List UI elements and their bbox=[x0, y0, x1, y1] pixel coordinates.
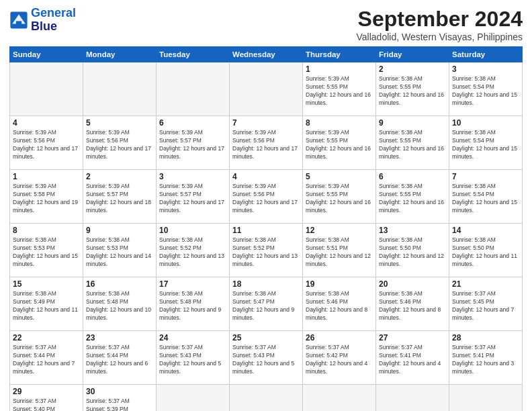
day-info: Sunrise: 5:37 AMSunset: 5:41 PMDaylight:… bbox=[452, 344, 519, 376]
table-cell: 26Sunrise: 5:37 AMSunset: 5:42 PMDayligh… bbox=[303, 331, 376, 385]
col-friday: Friday bbox=[376, 47, 449, 62]
day-info: Sunrise: 5:39 AMSunset: 5:55 PMDaylight:… bbox=[306, 75, 373, 107]
day-info: Sunrise: 5:37 AMSunset: 5:44 PMDaylight:… bbox=[13, 344, 80, 376]
day-number: 4 bbox=[232, 172, 300, 181]
day-number: 1 bbox=[306, 64, 373, 74]
table-cell: 21Sunrise: 5:37 AMSunset: 5:45 PMDayligh… bbox=[449, 277, 523, 331]
day-number: 19 bbox=[306, 279, 373, 289]
day-info: Sunrise: 5:39 AMSunset: 5:57 PMDaylight:… bbox=[159, 129, 226, 161]
table-row: 22Sunrise: 5:37 AMSunset: 5:44 PMDayligh… bbox=[10, 331, 523, 385]
table-cell: 4Sunrise: 5:39 AMSunset: 5:56 PMDaylight… bbox=[230, 170, 303, 224]
day-info: Sunrise: 5:38 AMSunset: 5:49 PMDaylight:… bbox=[13, 290, 80, 322]
day-info: Sunrise: 5:39 AMSunset: 5:56 PMDaylight:… bbox=[86, 129, 153, 161]
day-number: 6 bbox=[159, 118, 226, 128]
col-wednesday: Wednesday bbox=[230, 47, 303, 62]
table-cell bbox=[83, 62, 157, 116]
day-info: Sunrise: 5:39 AMSunset: 5:57 PMDaylight:… bbox=[159, 183, 226, 215]
day-number: 3 bbox=[159, 172, 226, 181]
day-info: Sunrise: 5:38 AMSunset: 5:46 PMDaylight:… bbox=[379, 290, 446, 322]
logo-icon bbox=[9, 11, 28, 30]
table-cell: 29Sunrise: 5:37 AMSunset: 5:40 PMDayligh… bbox=[10, 385, 83, 412]
day-number: 20 bbox=[379, 279, 446, 289]
day-info: Sunrise: 5:38 AMSunset: 5:52 PMDaylight:… bbox=[232, 236, 300, 269]
table-cell: 15Sunrise: 5:38 AMSunset: 5:49 PMDayligh… bbox=[10, 277, 83, 331]
day-number: 27 bbox=[379, 333, 446, 342]
day-number: 9 bbox=[379, 118, 446, 128]
table-cell bbox=[230, 62, 303, 116]
day-number: 5 bbox=[86, 118, 153, 128]
day-number: 13 bbox=[379, 226, 446, 235]
day-number: 8 bbox=[13, 226, 80, 235]
logo-text: GeneralBlue bbox=[31, 7, 76, 34]
day-info: Sunrise: 5:38 AMSunset: 5:55 PMDaylight:… bbox=[379, 75, 446, 107]
table-cell: 20Sunrise: 5:38 AMSunset: 5:46 PMDayligh… bbox=[376, 277, 449, 331]
day-info: Sunrise: 5:38 AMSunset: 5:54 PMDaylight:… bbox=[452, 183, 519, 215]
col-sunday: Sunday bbox=[10, 47, 83, 62]
table-cell: 24Sunrise: 5:37 AMSunset: 5:43 PMDayligh… bbox=[157, 331, 230, 385]
header: GeneralBlue September 2024 Valladolid, W… bbox=[9, 7, 523, 42]
day-number: 28 bbox=[452, 333, 519, 342]
table-cell bbox=[230, 385, 303, 412]
table-cell bbox=[157, 62, 230, 116]
calendar-table: Sunday Monday Tuesday Wednesday Thursday… bbox=[9, 46, 523, 411]
table-cell: 6Sunrise: 5:38 AMSunset: 5:55 PMDaylight… bbox=[376, 170, 449, 224]
day-info: Sunrise: 5:37 AMSunset: 5:39 PMDaylight:… bbox=[86, 398, 153, 411]
table-cell: 10Sunrise: 5:38 AMSunset: 5:52 PMDayligh… bbox=[157, 224, 230, 277]
day-number: 22 bbox=[13, 333, 80, 342]
col-thursday: Thursday bbox=[303, 47, 376, 62]
day-number: 24 bbox=[159, 333, 226, 342]
day-number: 6 bbox=[379, 172, 446, 181]
day-info: Sunrise: 5:38 AMSunset: 5:54 PMDaylight:… bbox=[452, 75, 519, 107]
table-cell bbox=[10, 62, 83, 116]
table-cell: 6Sunrise: 5:39 AMSunset: 5:57 PMDaylight… bbox=[157, 116, 230, 170]
table-cell: 16Sunrise: 5:38 AMSunset: 5:48 PMDayligh… bbox=[83, 277, 157, 331]
day-info: Sunrise: 5:37 AMSunset: 5:45 PMDaylight:… bbox=[452, 290, 519, 322]
table-row: 29Sunrise: 5:37 AMSunset: 5:40 PMDayligh… bbox=[10, 385, 523, 412]
day-info: Sunrise: 5:39 AMSunset: 5:57 PMDaylight:… bbox=[86, 183, 153, 215]
day-number: 8 bbox=[306, 118, 373, 128]
day-info: Sunrise: 5:38 AMSunset: 5:53 PMDaylight:… bbox=[86, 236, 153, 269]
table-row: 1Sunrise: 5:39 AMSunset: 5:58 PMDaylight… bbox=[10, 170, 523, 224]
table-cell: 5Sunrise: 5:39 AMSunset: 5:56 PMDaylight… bbox=[83, 116, 157, 170]
day-number: 18 bbox=[232, 279, 300, 289]
logo: GeneralBlue bbox=[9, 7, 76, 34]
table-cell: 4Sunrise: 5:39 AMSunset: 5:56 PMDaylight… bbox=[10, 116, 83, 170]
table-cell: 18Sunrise: 5:38 AMSunset: 5:47 PMDayligh… bbox=[230, 277, 303, 331]
day-info: Sunrise: 5:39 AMSunset: 5:55 PMDaylight:… bbox=[306, 183, 373, 215]
table-cell: 19Sunrise: 5:38 AMSunset: 5:46 PMDayligh… bbox=[303, 277, 376, 331]
table-cell: 9Sunrise: 5:38 AMSunset: 5:55 PMDaylight… bbox=[376, 116, 449, 170]
day-info: Sunrise: 5:39 AMSunset: 5:58 PMDaylight:… bbox=[13, 183, 80, 215]
table-cell: 8Sunrise: 5:39 AMSunset: 5:55 PMDaylight… bbox=[303, 116, 376, 170]
table-cell: 7Sunrise: 5:38 AMSunset: 5:54 PMDaylight… bbox=[449, 170, 523, 224]
table-cell: 3Sunrise: 5:38 AMSunset: 5:54 PMDaylight… bbox=[449, 62, 523, 116]
col-monday: Monday bbox=[83, 47, 157, 62]
day-info: Sunrise: 5:39 AMSunset: 5:56 PMDaylight:… bbox=[13, 129, 80, 161]
table-cell: 12Sunrise: 5:38 AMSunset: 5:51 PMDayligh… bbox=[303, 224, 376, 277]
day-number: 2 bbox=[379, 64, 446, 74]
table-cell: 30Sunrise: 5:37 AMSunset: 5:39 PMDayligh… bbox=[83, 385, 157, 412]
table-cell bbox=[449, 385, 523, 412]
table-row: 15Sunrise: 5:38 AMSunset: 5:49 PMDayligh… bbox=[10, 277, 523, 331]
day-number: 29 bbox=[13, 387, 80, 396]
day-number: 9 bbox=[86, 226, 153, 235]
day-info: Sunrise: 5:38 AMSunset: 5:46 PMDaylight:… bbox=[306, 290, 373, 322]
day-number: 30 bbox=[86, 387, 153, 396]
header-row: Sunday Monday Tuesday Wednesday Thursday… bbox=[10, 47, 523, 62]
table-cell bbox=[303, 385, 376, 412]
day-info: Sunrise: 5:37 AMSunset: 5:41 PMDaylight:… bbox=[379, 344, 446, 376]
day-number: 16 bbox=[86, 279, 153, 289]
day-number: 17 bbox=[159, 279, 226, 289]
day-info: Sunrise: 5:38 AMSunset: 5:47 PMDaylight:… bbox=[232, 290, 300, 322]
col-tuesday: Tuesday bbox=[157, 47, 230, 62]
col-saturday: Saturday bbox=[449, 47, 523, 62]
table-cell: 8Sunrise: 5:38 AMSunset: 5:53 PMDaylight… bbox=[10, 224, 83, 277]
day-number: 26 bbox=[306, 333, 373, 342]
day-number: 10 bbox=[452, 118, 519, 128]
table-cell bbox=[157, 385, 230, 412]
day-info: Sunrise: 5:38 AMSunset: 5:53 PMDaylight:… bbox=[13, 236, 80, 269]
table-cell: 1Sunrise: 5:39 AMSunset: 5:55 PMDaylight… bbox=[303, 62, 376, 116]
title-area: September 2024 Valladolid, Western Visay… bbox=[357, 7, 523, 42]
day-number: 10 bbox=[159, 226, 226, 235]
day-info: Sunrise: 5:38 AMSunset: 5:48 PMDaylight:… bbox=[159, 290, 226, 322]
day-info: Sunrise: 5:39 AMSunset: 5:55 PMDaylight:… bbox=[306, 129, 373, 161]
